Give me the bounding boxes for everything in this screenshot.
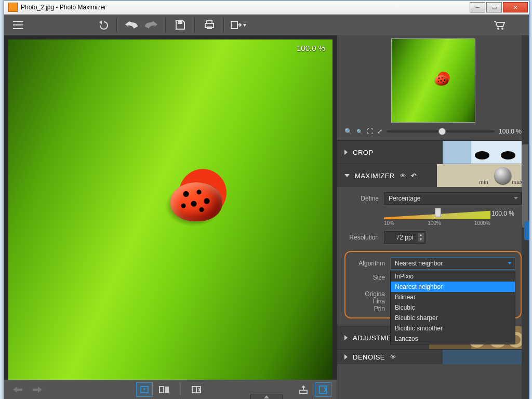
resolution-row: Resolution 72 ppi ▲▼ [344, 231, 522, 244]
reset-icon[interactable]: ↶ [411, 172, 417, 180]
apply-icon [319, 385, 327, 394]
export-icon [231, 21, 242, 29]
svg-rect-2 [207, 21, 212, 23]
upload-icon [299, 385, 308, 394]
menu-button[interactable] [9, 17, 27, 33]
algorithm-block: Algorithm Nearest neighbor Size Origi [344, 251, 522, 318]
panel-maximizer-title: MAXIMIZER [355, 172, 395, 180]
print-label: Prin [351, 305, 385, 312]
svg-point-15 [475, 151, 489, 159]
panel-maximizer: MAXIMIZER 👁 ↶ min max Define Percentage [337, 164, 529, 326]
store-button[interactable] [490, 17, 508, 33]
upload-button[interactable] [295, 382, 312, 397]
panel-crop-header[interactable]: CROP [337, 141, 529, 164]
algorithm-row: Algorithm Nearest neighbor [351, 257, 515, 270]
resolution-input[interactable]: 72 ppi ▲▼ [384, 231, 425, 244]
resolution-value: 72 ppi [396, 234, 414, 241]
resolution-spinner[interactable]: ▲▼ [418, 233, 424, 242]
tick-100: 100% [428, 220, 441, 226]
zoom-slider-thumb[interactable] [438, 128, 446, 135]
preview-thumbnail[interactable] [391, 38, 475, 123]
view-single-button[interactable] [136, 382, 153, 397]
arrow-right-icon [33, 387, 42, 393]
algorithm-dropdown-list[interactable]: InPixio Nearest neighbor Bilinear Bicubi… [390, 271, 515, 344]
minimize-button[interactable]: ─ [470, 2, 485, 12]
visibility-icon[interactable]: 👁 [390, 354, 396, 360]
percent-slider-thumb[interactable] [435, 208, 441, 217]
portrait-icon [140, 386, 149, 393]
define-dropdown[interactable]: Percentage [384, 192, 522, 205]
redo-button[interactable] [142, 17, 160, 33]
chevron-down-icon: ▾ [243, 21, 246, 29]
workspace: 100.0 % [4, 35, 529, 399]
svg-rect-9 [159, 387, 164, 393]
algorithm-option-nearest[interactable]: Nearest neighbor [391, 282, 515, 292]
algorithm-option-inpixio[interactable]: InPixio [391, 271, 515, 282]
zoom-slider[interactable] [387, 130, 495, 132]
caret-down-icon [514, 197, 518, 200]
svg-rect-10 [165, 387, 169, 393]
define-row: Define Percentage [344, 192, 522, 205]
algorithm-option-bicubic-smoother[interactable]: Bicubic smoother [391, 323, 515, 334]
algorithm-dropdown[interactable]: Nearest neighbor [390, 257, 515, 270]
viewer-footer [4, 380, 337, 399]
redo-icon [145, 21, 157, 29]
svg-point-6 [501, 28, 503, 30]
scrollbar-thumb[interactable] [522, 144, 528, 228]
prev-image-button[interactable] [9, 382, 26, 397]
undo-all-button[interactable] [94, 17, 111, 33]
visibility-icon[interactable]: 👁 [400, 172, 406, 179]
image-canvas[interactable]: 100.0 % [8, 39, 332, 380]
undo-button[interactable] [123, 17, 140, 33]
side-panels: 🔍 🔍 ⛶ ⤢ 100.0 % CROP [337, 35, 529, 399]
zoom-in-icon[interactable]: 🔍 [344, 128, 352, 135]
zoom-out-icon[interactable]: 🔍 [356, 129, 363, 135]
percent-slider[interactable] [384, 210, 490, 219]
define-value: Percentage [389, 195, 420, 202]
flyout-tab[interactable] [524, 221, 529, 240]
apply-button[interactable] [315, 382, 331, 397]
hamburger-icon [13, 21, 23, 29]
panel-maximizer-header[interactable]: MAXIMIZER 👁 ↶ min max [337, 164, 529, 187]
view-compare-button[interactable] [156, 382, 172, 397]
chevron-right-icon [344, 335, 348, 340]
compare-icon [159, 386, 169, 393]
chevron-right-icon [344, 354, 348, 360]
maximize-button[interactable]: ▭ [486, 2, 502, 12]
svg-rect-3 [207, 26, 212, 29]
split-icon [192, 386, 201, 393]
crop-hands-icon [472, 145, 518, 161]
print-button[interactable] [201, 17, 218, 33]
actual-size-icon[interactable]: ⤢ [377, 128, 382, 135]
panel-denoise-title: DENOISE [353, 353, 385, 361]
view-split-button[interactable] [188, 382, 205, 397]
panel-denoise-header[interactable]: DENOISE 👁 [337, 350, 529, 364]
undo-icon [125, 21, 138, 29]
final-label: Fina [351, 298, 385, 305]
algorithm-option-bicubic-sharper[interactable]: Bicubic sharper [391, 313, 515, 323]
algorithm-option-bicubic[interactable]: Bicubic [391, 302, 515, 313]
define-label: Define [344, 195, 379, 202]
svg-rect-13 [300, 390, 307, 393]
fit-screen-icon[interactable]: ⛶ [367, 128, 373, 135]
save-button[interactable] [171, 17, 189, 33]
close-button[interactable]: ✕ [503, 2, 528, 12]
chevron-right-icon [344, 150, 348, 155]
maximizer-knob[interactable] [495, 167, 511, 184]
svg-point-16 [501, 151, 515, 159]
export-button[interactable]: ▾ [230, 17, 247, 33]
window-title: Photo_2.jpg - Photo Maximizer [21, 4, 106, 11]
next-image-button[interactable] [29, 382, 46, 397]
tick-10: 10% [384, 220, 394, 226]
undo-all-icon [97, 20, 108, 30]
svg-point-8 [143, 388, 145, 390]
chevron-down-icon [344, 174, 350, 177]
algorithm-option-lanczos[interactable]: Lanczos [391, 334, 515, 344]
titlebar: Photo_2.jpg - Photo Maximizer ─ ▭ ✕ [4, 1, 529, 15]
algorithm-option-bilinear[interactable]: Bilinear [391, 292, 515, 302]
panels-scrollbar[interactable] [522, 35, 529, 399]
app-icon [8, 3, 18, 12]
bottom-drawer-handle[interactable] [250, 394, 283, 399]
preview-zoom-controls: 🔍 🔍 ⛶ ⤢ 100.0 % [337, 125, 529, 140]
max-label: max [512, 179, 523, 185]
